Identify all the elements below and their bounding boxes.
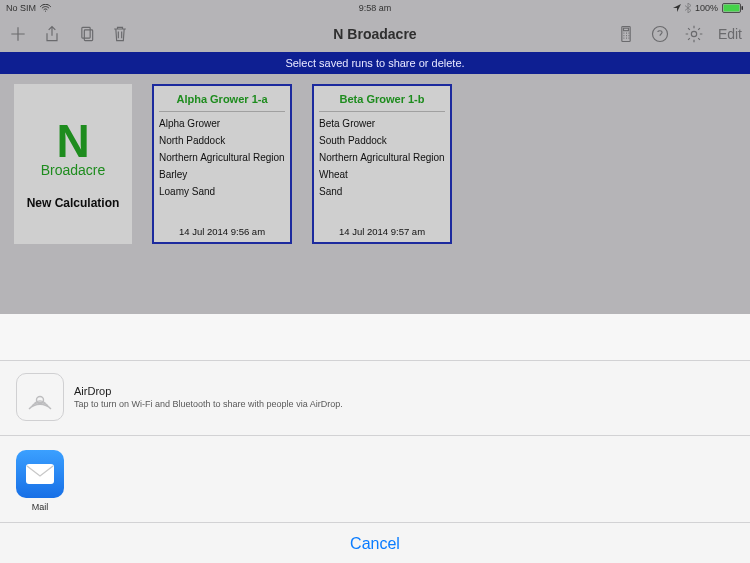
svg-rect-10 (26, 464, 54, 484)
copy-button[interactable] (76, 24, 96, 44)
share-sheet: AirDrop Tap to turn on Wi-Fi and Bluetoo… (0, 360, 750, 563)
instruction-bar: Select saved runs to share or delete. (0, 52, 750, 74)
svg-rect-3 (82, 27, 90, 38)
edit-button[interactable]: Edit (718, 26, 742, 42)
share-app-label: Mail (32, 502, 49, 512)
mail-icon (16, 450, 64, 498)
run-card-line: Barley (159, 166, 285, 183)
brand-line: Broadacre (41, 162, 106, 178)
airdrop-title: AirDrop (74, 385, 343, 397)
run-card-line: Northern Agricultural Region (319, 149, 445, 166)
cancel-button[interactable]: Cancel (350, 535, 400, 553)
trash-button[interactable] (110, 24, 130, 44)
run-card[interactable]: Beta Grower 1-b Beta Grower South Paddoc… (312, 84, 452, 244)
run-card-line: Northern Agricultural Region (159, 149, 285, 166)
run-card-date: 14 Jul 2014 9:56 am (159, 223, 285, 238)
share-button[interactable] (42, 24, 62, 44)
run-card-line: Alpha Grower (159, 115, 285, 132)
toolbar: N Broadacre Edit (0, 16, 750, 52)
svg-point-8 (691, 31, 696, 36)
svg-rect-4 (84, 30, 92, 41)
svg-rect-6 (623, 28, 628, 31)
new-calculation-tile[interactable]: N Broadacre New Calculation (14, 84, 132, 244)
airdrop-desc: Tap to turn on Wi-Fi and Bluetooth to sh… (74, 399, 343, 409)
wifi-icon (40, 4, 51, 12)
calc-button[interactable] (616, 24, 636, 44)
run-card-title: Alpha Grower 1-a (159, 90, 285, 112)
location-icon (673, 4, 681, 12)
run-card-title: Beta Grower 1-b (319, 90, 445, 112)
share-app-mail[interactable]: Mail (16, 450, 64, 512)
run-card-line: Sand (319, 183, 445, 200)
settings-button[interactable] (684, 24, 704, 44)
run-card[interactable]: Alpha Grower 1-a Alpha Grower North Padd… (152, 84, 292, 244)
battery-pct: 100% (695, 3, 718, 13)
bluetooth-icon (685, 3, 691, 13)
airdrop-icon (16, 373, 64, 421)
carrier-label: No SIM (6, 3, 36, 13)
run-card-date: 14 Jul 2014 9:57 am (319, 223, 445, 238)
new-calc-label: New Calculation (27, 196, 120, 210)
svg-rect-1 (724, 5, 740, 12)
share-apps-row: Mail (0, 436, 750, 523)
run-card-line: South Paddock (319, 132, 445, 149)
status-bar: No SIM 9:58 am 100% (0, 0, 750, 16)
help-button[interactable] (650, 24, 670, 44)
airdrop-row[interactable]: AirDrop Tap to turn on Wi-Fi and Bluetoo… (0, 361, 750, 436)
svg-rect-2 (742, 6, 744, 10)
clock: 9:58 am (0, 3, 750, 13)
svg-point-7 (652, 27, 667, 42)
saved-runs-grid: N Broadacre New Calculation Alpha Grower… (0, 74, 750, 314)
run-card-line: Wheat (319, 166, 445, 183)
run-card-line: Loamy Sand (159, 183, 285, 200)
brand-n: N (56, 118, 89, 164)
run-card-line: Beta Grower (319, 115, 445, 132)
battery-icon (722, 3, 744, 13)
add-button[interactable] (8, 24, 28, 44)
run-card-line: North Paddock (159, 132, 285, 149)
